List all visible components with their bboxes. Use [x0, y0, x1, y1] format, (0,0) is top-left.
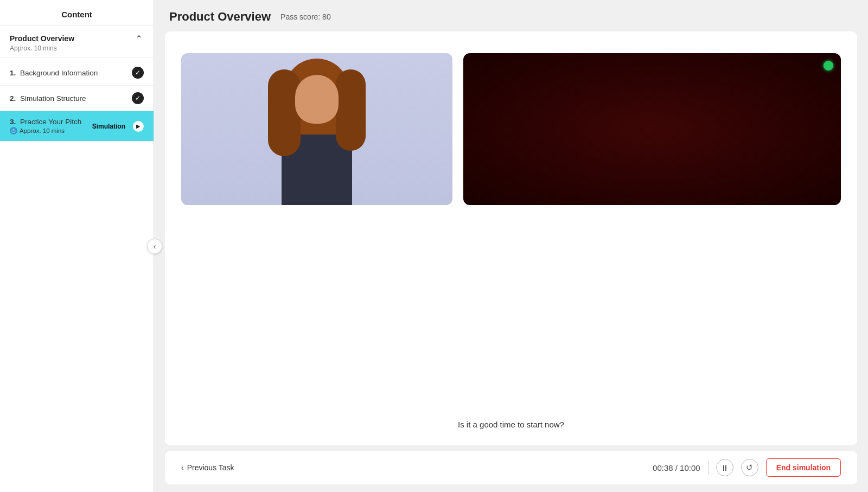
- clock-icon: ◷: [10, 127, 17, 135]
- pause-icon: ⏸: [720, 463, 729, 472]
- sidebar-section-subtitle: Approx. 10 mins: [10, 44, 144, 52]
- camera-video-panel: [463, 53, 841, 205]
- completed-icon-1: ✓: [132, 67, 144, 79]
- sidebar-item-simulation-structure[interactable]: 2. Simulation Structure ✓: [0, 86, 154, 111]
- page-title: Product Overview: [169, 10, 271, 24]
- simulation-subtitle: Is it a good time to start now?: [181, 420, 841, 429]
- previous-task-button[interactable]: ‹ Previous Task: [181, 463, 234, 472]
- sidebar: Content Product Overview ⌃ Approx. 10 mi…: [0, 0, 154, 492]
- pass-score-value: 80: [322, 12, 331, 21]
- person-image: [181, 53, 452, 205]
- sidebar-items-list: 1. Background Information ✓ 2. Simulatio…: [0, 58, 154, 144]
- pass-score-label: Pass score:: [280, 12, 320, 21]
- pass-score: Pass score: 80: [280, 12, 331, 21]
- sidebar-title: Content: [0, 0, 154, 26]
- main-content: Product Overview Pass score: 80: [154, 0, 868, 492]
- end-simulation-button[interactable]: End simulation: [766, 458, 841, 477]
- collapse-icon[interactable]: ⌃: [134, 34, 144, 43]
- active-item-content: 3. Practice Your Pitch ◷ Approx. 10 mins: [10, 118, 88, 135]
- sidebar-section-product-overview: Product Overview ⌃ Approx. 10 mins: [0, 26, 154, 58]
- play-icon: ▶: [133, 121, 144, 132]
- sidebar-item-practice-your-pitch[interactable]: 3. Practice Your Pitch ◷ Approx. 10 mins…: [0, 111, 154, 142]
- timer-controls: 00:38 / 10:00 ⏸ ↺ End simulation: [653, 458, 841, 477]
- divider: [708, 461, 709, 474]
- timer-display: 00:38 / 10:00: [653, 463, 700, 472]
- sidebar-item-background-information[interactable]: 1. Background Information ✓: [0, 60, 154, 86]
- recording-indicator: [824, 61, 833, 71]
- sidebar-item-2-label: 2. Simulation Structure: [10, 94, 132, 103]
- sidebar-section-header: Product Overview ⌃: [10, 34, 144, 43]
- completed-icon-2: ✓: [132, 92, 144, 104]
- sidebar-section-title-text: Product Overview: [10, 34, 74, 43]
- restart-button[interactable]: ↺: [741, 459, 758, 476]
- simulation-badge: Simulation: [88, 121, 130, 132]
- prev-arrow-icon: ‹: [181, 463, 184, 472]
- previous-task-label: Previous Task: [187, 463, 234, 472]
- item-2-number: 2.: [10, 94, 16, 103]
- bottom-controls-bar: ‹ Previous Task 00:38 / 10:00 ⏸ ↺ End si…: [165, 451, 857, 484]
- sidebar-collapse-button[interactable]: ‹: [147, 239, 162, 254]
- active-item-title: 3. Practice Your Pitch: [10, 118, 88, 126]
- person-video-panel: [181, 53, 452, 205]
- simulation-panels: [181, 53, 841, 408]
- item-1-number: 1.: [10, 69, 16, 77]
- active-item-subtitle: ◷ Approx. 10 mins: [10, 127, 88, 135]
- person-silhouette: [257, 59, 376, 205]
- sidebar-item-1-label: 1. Background Information: [10, 69, 132, 77]
- pause-button[interactable]: ⏸: [716, 459, 733, 476]
- main-header: Product Overview Pass score: 80: [154, 0, 868, 31]
- restart-icon: ↺: [746, 463, 753, 472]
- face-shape: [295, 75, 339, 124]
- simulation-area: Is it a good time to start now?: [165, 31, 857, 445]
